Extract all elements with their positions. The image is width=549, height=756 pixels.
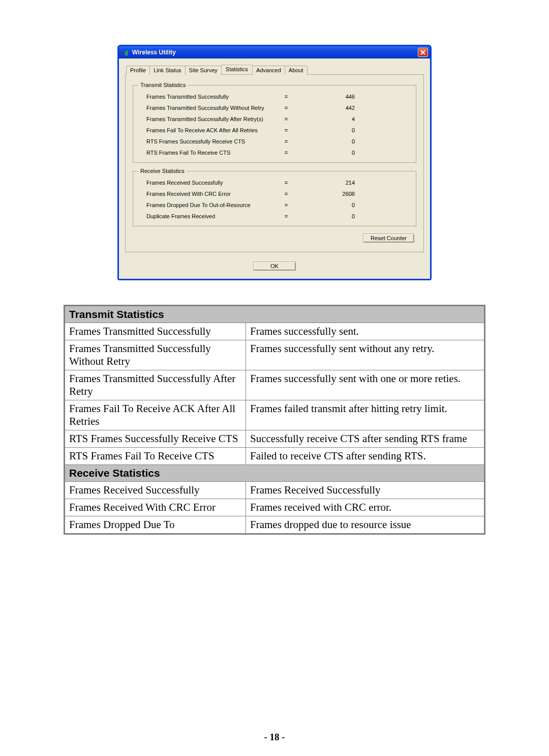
stat-label: RTS Frames Fail To Receive CTS <box>138 147 279 158</box>
term-cell: Frames Transmitted Successfully <box>65 323 246 340</box>
stat-value: 214 <box>294 177 355 188</box>
desc-cell: Frames successfully sent. <box>246 323 484 340</box>
receive-statistics-group: Receive Statistics Frames Received Succe… <box>133 168 416 226</box>
description-table: Transmit Statistics Frames Transmitted S… <box>64 305 485 535</box>
table-row: Frames Received Successfully Frames Rece… <box>65 482 484 499</box>
transmit-section-header: Transmit Statistics <box>65 306 484 323</box>
stat-label: Frames Transmitted Successfully After Re… <box>138 113 279 125</box>
table-row: Frames Transmitted Successfully After Re… <box>65 370 484 400</box>
stat-row: Frames Transmitted Successfully Without … <box>138 102 411 113</box>
stat-row: Frames Fail To Receive ACK After All Ret… <box>138 125 411 136</box>
stat-label: RTS Frames Successfully Receive CTS <box>138 136 279 147</box>
stat-value: 0 <box>294 125 355 136</box>
stat-eq: = <box>279 125 294 136</box>
window-title: Wireless Utility <box>132 49 418 56</box>
stat-eq: = <box>279 199 294 211</box>
wireless-utility-window: Wireless Utility Profile Link Status Sit… <box>117 45 432 280</box>
term-cell: Frames Fail To Receive ACK After All Ret… <box>65 400 246 430</box>
stat-eq: = <box>279 136 294 147</box>
stat-value: 0 <box>294 136 355 147</box>
dialog-client-area: Profile Link Status Site Survey Statisti… <box>119 59 430 279</box>
tab-site-survey[interactable]: Site Survey <box>185 66 222 75</box>
titlebar[interactable]: Wireless Utility <box>119 46 430 59</box>
table-row: Frames Received With CRC Error Frames re… <box>65 499 484 516</box>
transmit-statistics-group: Transmit Statistics Frames Transmitted S… <box>133 82 416 163</box>
stat-label: Frames Transmitted Successfully Without … <box>138 102 279 113</box>
stat-row: Frames Transmitted Successfully = 446 <box>138 91 411 102</box>
stat-eq: = <box>279 177 294 188</box>
stat-eq: = <box>279 211 294 222</box>
stat-row: RTS Frames Fail To Receive CTS = 0 <box>138 147 411 158</box>
term-cell: Frames Transmitted Successfully Without … <box>65 340 246 370</box>
table-row: Frames Dropped Due To Frames dropped due… <box>65 516 484 534</box>
tab-advanced[interactable]: Advanced <box>252 66 285 75</box>
term-cell: Frames Received Successfully <box>65 482 246 499</box>
tab-about[interactable]: About <box>285 66 308 75</box>
stat-row: Frames Received Successfully = 214 <box>138 177 411 188</box>
stat-eq: = <box>279 91 294 102</box>
stat-label: Duplicate Frames Received <box>138 211 279 222</box>
desc-cell: Frames successfully sent with one or mor… <box>246 370 484 400</box>
stat-label: Frames Transmitted Successfully <box>138 91 279 102</box>
stat-value: 442 <box>294 102 355 113</box>
stat-label: Frames Fail To Receive ACK After All Ret… <box>138 125 279 136</box>
stat-eq: = <box>279 113 294 125</box>
page-number: - 18 - <box>0 732 549 743</box>
receive-section-header: Receive Statistics <box>65 465 484 482</box>
svg-rect-1 <box>125 52 126 55</box>
stat-label: Frames Dropped Due To Out-of-Resource <box>138 199 279 211</box>
desc-cell: Frames successfully sent without any ret… <box>246 340 484 370</box>
receive-group-legend: Receive Statistics <box>138 168 187 174</box>
table-row: Frames Transmitted Successfully Without … <box>65 340 484 370</box>
svg-rect-0 <box>124 53 125 55</box>
svg-rect-2 <box>127 50 128 55</box>
desc-cell: Successfully receive CTS after sending R… <box>246 430 484 448</box>
tab-statistics[interactable]: Statistics <box>221 65 253 74</box>
stat-row: Frames Received With CRC Error = 2608 <box>138 188 411 199</box>
app-icon <box>122 49 129 56</box>
stat-row: Frames Transmitted Successfully After Re… <box>138 113 411 125</box>
desc-cell: Frames dropped due to resource issue <box>246 516 484 534</box>
close-icon <box>420 50 425 55</box>
transmit-group-legend: Transmit Statistics <box>138 82 188 88</box>
stat-value: 0 <box>294 199 355 211</box>
term-cell: Frames Dropped Due To <box>65 516 246 534</box>
term-cell: Frames Received With CRC Error <box>65 499 246 516</box>
close-button[interactable] <box>418 48 428 57</box>
stat-label: Frames Received With CRC Error <box>138 188 279 199</box>
desc-cell: Frames received with CRC error. <box>246 499 484 516</box>
stat-label: Frames Received Successfully <box>138 177 279 188</box>
desc-cell: Failed to receive CTS after sending RTS. <box>246 448 484 465</box>
tab-panel-statistics: Transmit Statistics Frames Transmitted S… <box>125 74 424 252</box>
ok-button[interactable]: OK <box>253 261 296 271</box>
stat-eq: = <box>279 147 294 158</box>
stat-row: Frames Dropped Due To Out-of-Resource = … <box>138 199 411 211</box>
stat-row: RTS Frames Successfully Receive CTS = 0 <box>138 136 411 147</box>
table-row: Frames Fail To Receive ACK After All Ret… <box>65 400 484 430</box>
stat-value: 0 <box>294 147 355 158</box>
tab-link-status[interactable]: Link Status <box>149 66 185 75</box>
stat-value: 2608 <box>294 188 355 199</box>
desc-cell: Frames Received Successfully <box>246 482 484 499</box>
term-cell: RTS Frames Fail To Receive CTS <box>65 448 246 465</box>
tab-strip: Profile Link Status Site Survey Statisti… <box>125 65 424 74</box>
stat-value: 4 <box>294 113 355 125</box>
stat-eq: = <box>279 102 294 113</box>
stat-value: 0 <box>294 211 355 222</box>
stat-eq: = <box>279 188 294 199</box>
tab-profile[interactable]: Profile <box>126 66 150 75</box>
stat-value: 446 <box>294 91 355 102</box>
table-row: RTS Frames Fail To Receive CTS Failed to… <box>65 448 484 465</box>
desc-cell: Frames failed transmit after hitting ret… <box>246 400 484 430</box>
term-cell: Frames Transmitted Successfully After Re… <box>65 370 246 400</box>
reset-counter-button[interactable]: Reset Counter <box>363 234 414 243</box>
table-row: Frames Transmitted Successfully Frames s… <box>65 323 484 340</box>
term-cell: RTS Frames Successfully Receive CTS <box>65 430 246 448</box>
stat-row: Duplicate Frames Received = 0 <box>138 211 411 222</box>
table-row: RTS Frames Successfully Receive CTS Succ… <box>65 430 484 448</box>
